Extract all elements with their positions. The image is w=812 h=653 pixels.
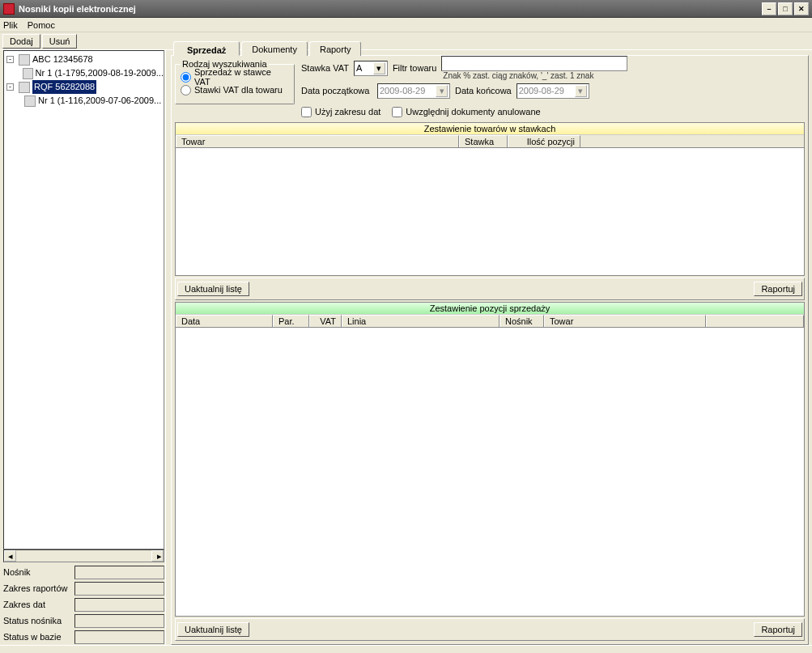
sheet-icon — [24, 95, 36, 107]
col-towar2[interactable]: Towar — [544, 315, 706, 327]
table1-body[interactable] — [176, 148, 804, 275]
col-data[interactable]: Data — [176, 315, 273, 327]
prop-label-zakres-raportow: Zakres raportów — [3, 583, 74, 593]
app-icon — [3, 3, 15, 15]
data-koncowa-value: 2009-08-29 — [519, 86, 564, 95]
scroll-left-icon[interactable]: ◂ — [4, 550, 16, 562]
data-koncowa-label: Data końcowa — [455, 86, 512, 95]
tab-sprzedaz[interactable]: Sprzedaż — [173, 41, 240, 56]
tree-node-root2[interactable]: - RQF 56282088 — [4, 80, 164, 94]
chk-uwzglednij-anulowane[interactable] — [392, 107, 402, 117]
stawka-vat-combo[interactable]: A ▾ — [354, 61, 388, 76]
data-koncowa-picker[interactable]: 2009-08-29 ▾ — [517, 83, 589, 99]
col-nosnik[interactable]: Nośnik — [500, 315, 544, 327]
filtr-towaru-input[interactable] — [441, 56, 627, 71]
remove-button[interactable]: Usuń — [42, 34, 78, 49]
radio-label-1: Sprzedaż w stawce VAT — [194, 67, 289, 87]
table1-header: Towar Stawka Ilość pozycji — [176, 135, 804, 148]
prop-label-status-nosnika: Status nośnika — [3, 616, 74, 625]
table2-banner: Zestawienie pozycji sprzedaży — [176, 303, 804, 315]
tree-node-child1[interactable]: Nr 1 (1-1795,2009-08-19-2009... — [4, 66, 164, 80]
table-pozycje-sprzedazy: Zestawienie pozycji sprzedaży Data Par. … — [175, 302, 805, 617]
table2-button-row: Uaktualnij listę Raportuj — [175, 618, 805, 641]
filtr-towaru-label: Filtr towaru — [393, 63, 436, 73]
table2-body[interactable] — [176, 328, 804, 616]
expander-icon[interactable]: - — [6, 56, 14, 63]
chevron-down-icon[interactable]: ▾ — [436, 85, 448, 97]
tab-raporty[interactable]: Raporty — [309, 41, 362, 56]
prop-value-status-nosnika — [74, 614, 164, 628]
update-list-button-2[interactable]: Uaktualnij listę — [177, 622, 249, 637]
tree-node-root1[interactable]: - ABC 12345678 — [4, 53, 164, 66]
chk-uzyj-zakresu-label: Użyj zakresu dat — [315, 107, 380, 117]
prop-label-status-bazie: Status w bazie — [3, 632, 74, 642]
tab-dokumenty[interactable]: Dokumenty — [241, 41, 308, 56]
expander-icon[interactable]: - — [6, 83, 14, 91]
prop-value-status-bazie — [74, 630, 164, 644]
tree-node-child2[interactable]: Nr 1 (1-116,2009-07-06-2009... — [4, 94, 164, 108]
update-list-button-1[interactable]: Uaktualnij listę — [177, 282, 249, 296]
report-button-2[interactable]: Raportuj — [754, 622, 802, 637]
table1-button-row: Uaktualnij listę Raportuj — [175, 278, 805, 300]
col-linia[interactable]: Linia — [342, 315, 500, 327]
filtr-hint: Znak % zast. ciąg znaków, '_' zast. 1 zn… — [443, 71, 627, 80]
tab-bar: Sprzedaż Dokumenty Raporty — [173, 39, 809, 55]
stawka-vat-label: Stawka VAT — [301, 63, 349, 73]
right-panel: Sprzedaż Dokumenty Raporty Rodzaj wyszuk… — [166, 50, 812, 645]
chk-uzyj-zakresu[interactable] — [301, 107, 312, 117]
properties-panel: Nośnik Zakres raportów Zakres dat Status… — [3, 564, 164, 645]
col-spare[interactable] — [706, 315, 804, 327]
tree-h-scrollbar[interactable]: ◂ ▸ — [3, 549, 164, 562]
col-stawka[interactable]: Stawka — [459, 135, 508, 147]
chevron-down-icon[interactable]: ▾ — [575, 85, 587, 97]
search-type-group: Rodzaj wyszukiwania Sprzedaż w stawce VA… — [175, 59, 295, 104]
minimize-button[interactable]: – — [762, 2, 776, 15]
data-poczatkowa-label: Data początkowa — [301, 86, 372, 95]
tree-label: ABC 12345678 — [32, 53, 93, 66]
stawka-vat-value: A — [356, 63, 362, 73]
menu-file[interactable]: Plik — [3, 20, 18, 30]
prop-label-nosnik: Nośnik — [3, 567, 74, 577]
prop-label-zakres-dat: Zakres dat — [3, 600, 74, 609]
tree-view[interactable]: - ABC 12345678 Nr 1 (1-1795,2009-08-19-2… — [3, 50, 164, 549]
col-towar[interactable]: Towar — [176, 135, 459, 147]
data-poczatkowa-value: 2009-08-29 — [380, 86, 425, 95]
prop-value-zakres-dat — [74, 598, 164, 612]
table-towary-stawki: Zestawienie towarów w stawkach Towar Sta… — [175, 122, 805, 276]
window-title: Nosniki kopii elektronicznej — [19, 4, 760, 14]
add-button[interactable]: Dodaj — [2, 34, 40, 49]
close-button[interactable]: ✕ — [794, 2, 809, 15]
titlebar: Nosniki kopii elektronicznej – □ ✕ — [0, 0, 812, 18]
radio-sprzedaz-stawce[interactable] — [181, 72, 191, 83]
tab-panel-sprzedaz: Rodzaj wyszukiwania Sprzedaż w stawce VA… — [171, 55, 809, 645]
carrier-icon — [19, 54, 30, 66]
scroll-right-icon[interactable]: ▸ — [151, 550, 164, 562]
chevron-down-icon[interactable]: ▾ — [373, 62, 385, 74]
tree-label: RQF 56282088 — [32, 80, 96, 94]
tree-label: Nr 1 (1-116,2009-07-06-2009... — [38, 94, 161, 108]
prop-value-zakres-raportow — [74, 582, 164, 596]
maximize-button[interactable]: □ — [778, 2, 793, 15]
menu-help[interactable]: Pomoc — [28, 20, 55, 30]
menubar: Plik Pomoc — [0, 18, 812, 32]
col-vat[interactable]: VAT — [309, 315, 342, 327]
prop-value-nosnik — [74, 566, 164, 579]
col-ilosc[interactable]: Ilość pozycji — [508, 135, 580, 147]
carrier-icon — [19, 82, 30, 93]
tree-label: Nr 1 (1-1795,2009-08-19-2009... — [36, 66, 164, 80]
chk-uwzglednij-anulowane-label: Uwzględnij dokumenty anulowane — [406, 107, 540, 117]
left-panel: - ABC 12345678 Nr 1 (1-1795,2009-08-19-2… — [0, 50, 166, 645]
data-poczatkowa-picker[interactable]: 2009-08-29 ▾ — [377, 83, 450, 99]
sheet-icon — [23, 68, 33, 79]
radio-label-2: Stawki VAT dla towaru — [194, 85, 283, 95]
radio-stawki-towaru[interactable] — [181, 85, 191, 95]
report-button-1[interactable]: Raportuj — [754, 282, 802, 296]
table2-header: Data Par. VAT Linia Nośnik Towar — [176, 315, 804, 328]
table1-banner: Zestawienie towarów w stawkach — [176, 123, 804, 135]
col-par[interactable]: Par. — [273, 315, 309, 327]
statusbar — [0, 645, 812, 653]
